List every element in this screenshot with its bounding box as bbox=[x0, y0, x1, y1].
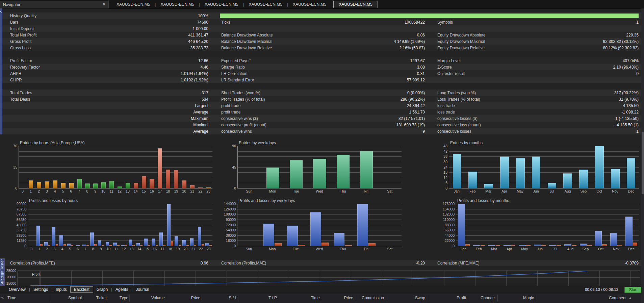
bar-slot bbox=[97, 204, 105, 246]
bar bbox=[37, 182, 41, 188]
y-axis-tick: 126000 bbox=[218, 207, 236, 211]
stat-value: 1 (-4 135.50) bbox=[615, 116, 639, 121]
bar bbox=[453, 154, 462, 188]
result-tab-settings[interactable]: Settings bbox=[30, 287, 51, 292]
stat-value: 12.66 bbox=[198, 58, 208, 63]
x-axis-tick: Nov bbox=[609, 247, 624, 252]
y-axis-tick: 72000 bbox=[218, 223, 236, 227]
chart-title: Profits and losses by hours bbox=[29, 198, 78, 203]
result-tab-graph[interactable]: Graph bbox=[93, 287, 111, 292]
chart-tab[interactable]: XAUUSD-ECN,M5 bbox=[156, 1, 198, 8]
result-tab-inputs[interactable]: Inputs bbox=[52, 287, 70, 292]
y-axis-tick: 88000 bbox=[437, 223, 455, 227]
column-header-price[interactable]: Price bbox=[191, 296, 200, 300]
column-header-type[interactable]: Type bbox=[120, 296, 128, 300]
bar-slot bbox=[205, 204, 212, 246]
x-axis-tick: 19 bbox=[174, 247, 182, 252]
vertical-scrollbar[interactable] bbox=[641, 8, 644, 303]
x-axis-tick: Apr bbox=[502, 247, 517, 252]
bar-slot bbox=[105, 204, 113, 246]
chart-entries-by-months: Entries by months 4842363024181260JanFeb… bbox=[438, 140, 640, 194]
backtest-stats-table: History Quality100%Bars74690Ticks1008584… bbox=[2, 12, 641, 134]
chart-tab[interactable]: XAUUSD-ECN,M5 bbox=[200, 1, 242, 8]
x-axis-tick: 10 bbox=[99, 189, 107, 194]
bar-slot bbox=[544, 146, 560, 188]
bar-slot bbox=[59, 146, 67, 188]
stat-value: 0 bbox=[636, 71, 639, 76]
result-tab-backtest[interactable]: Backtest bbox=[70, 286, 93, 293]
column-header-ticket[interactable]: Ticket bbox=[96, 296, 107, 300]
y-axis-tick: 56250 bbox=[9, 218, 26, 222]
chart-tab[interactable]: XAUUSD-ECN,M5 bbox=[333, 1, 378, 8]
loss-bar bbox=[132, 245, 135, 246]
result-tab-journal[interactable]: Journal bbox=[132, 287, 152, 292]
column-header-change[interactable]: Change bbox=[481, 296, 495, 300]
x-axis-labels: SunMonTueWedThuFriSat bbox=[237, 189, 402, 194]
column-header-time[interactable]: Time bbox=[7, 296, 16, 300]
loss-bar bbox=[587, 245, 592, 246]
chart-tab[interactable]: XAUUSD-ECN,M5 bbox=[288, 1, 331, 8]
x-axis-tick: 5 bbox=[66, 247, 74, 252]
scrollbar-thumb[interactable] bbox=[642, 132, 644, 194]
column-header-swap[interactable]: Swap bbox=[415, 296, 425, 300]
x-axis-tick: 0 bbox=[19, 189, 27, 194]
stat-label: History Quality bbox=[10, 14, 36, 18]
column-header-symbol[interactable]: Symbol bbox=[68, 296, 82, 300]
profit-bar bbox=[595, 231, 602, 246]
column-header-s-l[interactable]: S / L bbox=[229, 296, 237, 300]
bar-slot bbox=[576, 146, 592, 188]
collapse-chevron-icon[interactable]: < bbox=[1, 296, 3, 300]
sort-ascending-icon[interactable]: ▲ bbox=[629, 296, 632, 299]
column-header-price[interactable]: Price bbox=[344, 296, 353, 300]
stat-value: 634 bbox=[202, 97, 208, 102]
bar-slot bbox=[188, 146, 196, 188]
bar-slot bbox=[197, 204, 205, 246]
stat-value: 57 999.12 bbox=[407, 78, 425, 82]
x-axis-tick: Aug bbox=[563, 247, 578, 252]
column-header-volume[interactable]: Volume bbox=[151, 296, 165, 300]
bar-slot bbox=[624, 204, 639, 246]
stat-row: Recovery Factor4.46Sharpe Ratio3.08Z-Sco… bbox=[2, 64, 641, 70]
stat-row: History Quality100% bbox=[2, 12, 641, 19]
result-tab-agents[interactable]: Agents bbox=[112, 287, 131, 292]
y-axis-tick: 78750 bbox=[9, 207, 26, 211]
bar-slot bbox=[331, 204, 355, 246]
loss-bar bbox=[63, 244, 66, 246]
profit-graph: 25000 20000 15000 Profit bbox=[5, 268, 641, 286]
x-axis-tick: 2 bbox=[43, 247, 51, 252]
profit-bar bbox=[159, 232, 163, 246]
y-axis-tick: 108000 bbox=[218, 212, 236, 216]
stat-value: 446 645.20 bbox=[188, 39, 208, 44]
stat-label: Recovery Factor bbox=[10, 65, 40, 70]
column-header-commission[interactable]: Commission bbox=[362, 296, 384, 300]
stat-row: Averageconsecutive wins9consecutive loss… bbox=[2, 128, 641, 134]
column-header-comment[interactable]: Comment bbox=[609, 296, 626, 300]
stat-row bbox=[2, 51, 641, 57]
column-header-magic[interactable]: Magic bbox=[523, 296, 534, 300]
x-axis-labels: 01234567891011121314151617181920212223 bbox=[28, 247, 212, 252]
close-icon[interactable]: ✕ bbox=[102, 2, 106, 7]
column-header-profit[interactable]: Profit bbox=[457, 296, 466, 300]
stat-value: 100858422 bbox=[405, 20, 425, 25]
chart-tab[interactable]: XAUUSD-ECN,M5 bbox=[112, 1, 154, 8]
bar-slot bbox=[465, 146, 481, 188]
start-button[interactable]: Start bbox=[624, 287, 642, 293]
loss-bar bbox=[345, 245, 352, 246]
result-tab-overview[interactable]: Overview bbox=[5, 287, 29, 292]
stat-label: loss trade bbox=[437, 103, 455, 108]
stat-value: 1297.67 bbox=[410, 58, 425, 63]
chart-tab[interactable]: XAUUSD-ECN,M5 bbox=[244, 1, 286, 8]
bar-slot bbox=[481, 146, 497, 188]
bar bbox=[579, 170, 588, 188]
x-axis-tick: 12 bbox=[115, 189, 124, 194]
bar-slot bbox=[124, 146, 132, 188]
x-axis-tick: Thu bbox=[331, 247, 355, 252]
column-header-time[interactable]: Time bbox=[311, 296, 320, 300]
column-separator bbox=[108, 295, 108, 302]
navigator-panel-header[interactable]: Navigator ✕ bbox=[0, 1, 109, 8]
column-header-t-p[interactable]: T / P bbox=[268, 296, 277, 300]
loss-bar bbox=[465, 244, 470, 246]
bar-slot bbox=[51, 204, 59, 246]
stat-value: 9 bbox=[422, 129, 425, 134]
collapse-chevron-icon[interactable]: < bbox=[0, 10, 2, 14]
